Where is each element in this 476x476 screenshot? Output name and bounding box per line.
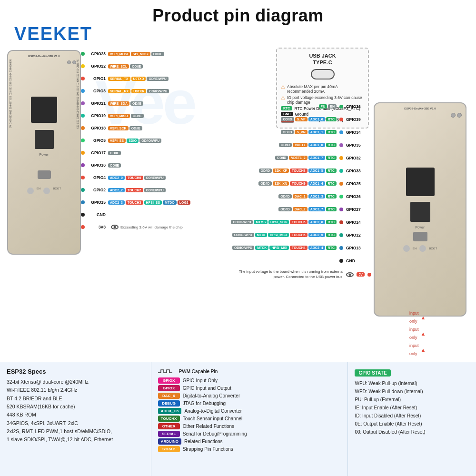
pin-row-gpio13: OD/IO/WPD MTCK HPSI_MSI TOUCH4 ADC2_4 RT… — [205, 241, 371, 254]
legend-item-gpiox-io: GPIOX GPIO Input and Output — [158, 385, 341, 391]
specs-column: ESP32 Specs 32-bit Xtensa@ dual-core @24… — [0, 362, 151, 476]
pin-row-gpio34: OD/ID S_VN ADC1_1 RTC GPIO34 — [205, 126, 371, 139]
pin-row-gpio39: OD/ID S_VP ADC1_0 RTC GPIO39 — [205, 113, 371, 126]
legend-item-serial: SERIAL Serial for Debug/Programming — [158, 431, 341, 437]
pwm-label: PWM Capable Pin — [179, 369, 218, 374]
pin-row-gpio12: OD/IO/WPD MTDI HPSI_MSO TOUCH5 ADC2_5 RT… — [205, 228, 371, 241]
board-btn-boot — [43, 188, 50, 194]
legend-item-touch: TOUCHX Touch Sensor input Channel — [158, 416, 341, 422]
eye-icon — [111, 225, 119, 229]
pin-row-5v: The input voltage to the board when it i… — [205, 268, 371, 281]
page-title: Product pin diagram — [0, 0, 476, 26]
pwm-symbol — [158, 368, 175, 375]
board-chip-main — [31, 97, 57, 123]
board-btn-en — [27, 188, 34, 194]
board-chip-secondary — [35, 130, 54, 149]
board-left: ESP32-DevKit-32E V1.0 Power EN BOOT 5V G… — [7, 50, 81, 255]
pin-row-gpio26: OD/ID DAC_1 ADC1_3 RTC GPIO26 — [205, 190, 371, 203]
usb-box-title: USB JACKTYPE-C — [281, 52, 364, 66]
right-board-chip-main — [406, 168, 435, 196]
specs-items: 32-bit Xtensa@ dual-core @240MHz Wi-FiIE… — [7, 378, 144, 444]
input-only-area: input only ▲ input only ▲ input only ▲ — [409, 309, 426, 358]
pin-labels-right: input only ▲ input only ▲ input only ▲ P… — [205, 100, 371, 281]
legend-item-arduino: ARDUINO Related Functions — [158, 438, 341, 445]
legend-item-other: OTHER Other Related Functions — [158, 423, 341, 429]
pin-row-gpio1: GPIO1 SERIAL_TX U0TXD OD/IE/WPU — [81, 72, 233, 85]
input-only-row-3: input only ▲ — [409, 342, 426, 358]
eye-icon-5v — [346, 272, 354, 277]
legend-item-dac: DAC_X Digital-to-Analog Converter — [158, 393, 341, 399]
right-btn-en — [403, 245, 410, 252]
pin-row-gpio33: OD/ID 32K_XP TOUCH8 ADC1_5 RTC GPIO33 — [205, 164, 371, 177]
specs-title: ESP32 Specs — [7, 368, 144, 375]
right-board-chip-2 — [410, 202, 430, 222]
input-only-row-1: input only ▲ — [409, 309, 426, 326]
pin-row-gpio3: GPIO3 SERIAL_RX U0TXR OD/IO/WPU — [81, 85, 233, 97]
legend-item-debug: DEBUG JTAG for Debugging — [158, 400, 341, 407]
pin-row-gpio25: OD/ID 32K_XN TOUCH9 ADC1_4 RTC GPIO25 — [205, 177, 371, 190]
usb-warning-1: ⚠ Absolute MAX per pin 40mA recommended … — [281, 84, 364, 94]
pin-row-gpio22: GPIO22 WIRE_SCL OD/IE — [81, 60, 233, 72]
specs-bar: ESP32 Specs 32-bit Xtensa@ dual-core @24… — [0, 362, 476, 476]
brand-name: VEEKET — [14, 24, 92, 44]
board-usb-port — [38, 170, 51, 179]
board-right: ESP32-DevKit-32E V1.0 Power EN BOOT — [374, 102, 466, 317]
gpio-state-items: WPU: Weak Pull-up (Internal) WPD: Weak P… — [355, 379, 469, 436]
pin-row-gpio23: GPIO23 VSPI_MOSI SPI_MOSI OD/IE — [81, 48, 233, 60]
pin-row-gnd-right: GND — [205, 254, 371, 267]
pin-row-gpio36: PU EN GPIO36 — [205, 100, 371, 113]
brand-logo: VEEKET — [14, 24, 92, 44]
right-btn-boot — [419, 245, 426, 252]
input-only-row-2: input only ▲ — [409, 326, 426, 342]
pin-row-gpio27: OD/ID DAC_2 ADC2_7 RTC GPIO27 — [205, 203, 371, 216]
legend-column: PWM Capable Pin GPIOX GPIO Input Only GP… — [151, 362, 348, 476]
usb-symbol — [281, 69, 364, 81]
pin-row-gpio14: OD/IO/WPD MTMS HPSI_SCK TOUCH6 ADC2_6 RT… — [205, 216, 371, 228]
right-board-usb — [413, 232, 427, 241]
legend-item-strap: STRAP Strapping Pin Functions — [158, 446, 341, 452]
pin-row-gpio32: OD/ID VDET1_2 ADC1_7 RTC GPIO32 — [205, 151, 371, 164]
legend-item-gpiox: GPIOX GPIO Input Only — [158, 377, 341, 384]
gpio-state-title: GPIO STATE — [355, 369, 390, 377]
legend-item-adc: ADCX_Ch Analog-to-Digital Converter — [158, 408, 341, 414]
gpio-state-column: GPIO STATE WPU: Weak Pull-up (Internal) … — [348, 362, 476, 476]
pin-row-gpio35: OD/ID VDET1 ADC1_6 RTC GPIO35 — [205, 139, 371, 151]
diagram-area: ESP32-DevKit-32E V1.0 Power EN BOOT 5V G… — [0, 45, 476, 340]
